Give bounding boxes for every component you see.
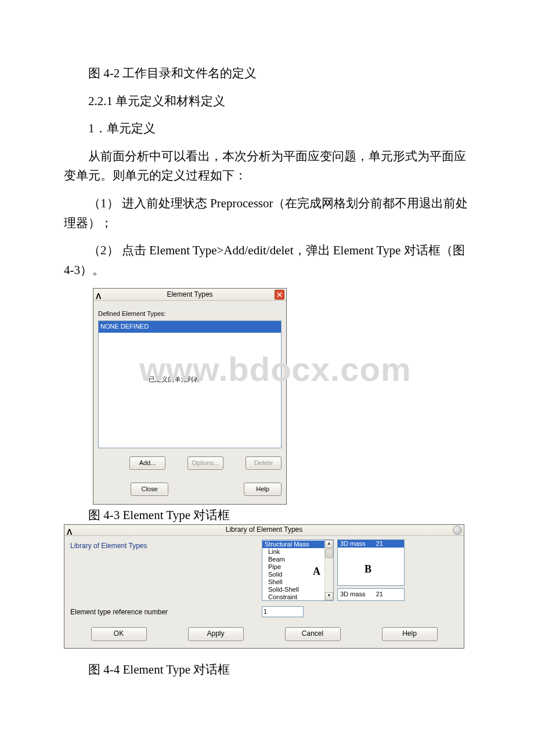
selected-type-display: 3D mass 21 bbox=[337, 588, 405, 601]
list-item[interactable]: Constraint bbox=[262, 593, 325, 601]
annotation-letter-a: A bbox=[313, 563, 320, 580]
close-icon[interactable] bbox=[275, 290, 284, 300]
ref-number-label: Element type reference number bbox=[70, 606, 262, 618]
body-para-1: 从前面分析中可以看出，本次分析为平面应变问题，单元形式为平面应变单元。则单元的定… bbox=[64, 147, 470, 186]
scroll-thumb[interactable] bbox=[325, 549, 333, 558]
defined-types-label: Defined Element Types: bbox=[98, 309, 282, 319]
close-icon[interactable] bbox=[453, 525, 462, 535]
scroll-down-icon[interactable]: ▼ bbox=[325, 592, 333, 600]
library-label: Library of Element Types bbox=[70, 539, 262, 552]
caption-4-3: 图 4-3 Element Type 对话框 bbox=[64, 506, 470, 525]
help-button[interactable]: Help bbox=[382, 627, 438, 641]
library-element-types-dialog: Λ Library of Element Types Library of El… bbox=[64, 524, 464, 649]
delete-button[interactable]: Delete bbox=[246, 456, 282, 470]
list-item[interactable]: Solid-Shell bbox=[262, 586, 325, 593]
body-para-3: （2） 点击 Element Type>Add/edit/delet，弹出 El… bbox=[64, 241, 470, 280]
list-item[interactable]: Structural Mass bbox=[262, 541, 325, 548]
annotation-letter-b: B bbox=[365, 561, 371, 578]
options-button[interactable]: Options... bbox=[187, 456, 223, 470]
help-button[interactable]: Help bbox=[244, 483, 282, 496]
titlebar[interactable]: Λ Library of Element Types bbox=[64, 525, 464, 536]
list-item-selected[interactable]: NONE DEFINED bbox=[99, 321, 281, 333]
type-listbox[interactable]: 3D mass 21 B bbox=[337, 539, 405, 586]
list-item[interactable]: Beam bbox=[262, 556, 325, 563]
dialog-title: Library of Element Types bbox=[226, 524, 303, 535]
list-item[interactable]: 3D mass 21 bbox=[338, 540, 404, 548]
section-number: 2.2.1 单元定义和材料定义 bbox=[64, 92, 470, 111]
ansys-logo-icon: Λ bbox=[67, 525, 76, 535]
item-1-title: 1．单元定义 bbox=[64, 119, 470, 139]
cancel-button[interactable]: Cancel bbox=[285, 627, 341, 641]
caption-4-4: 图 4-4 Element Type 对话框 bbox=[64, 660, 470, 680]
scrollbar[interactable]: ▲ ▼ bbox=[324, 540, 333, 600]
category-listbox[interactable]: Structural Mass Link Beam Pipe Solid She… bbox=[262, 539, 334, 601]
apply-button[interactable]: Apply bbox=[188, 627, 244, 641]
caption-4-2: 图 4-2 工作目录和文件名的定义 bbox=[64, 64, 470, 84]
ref-number-input[interactable] bbox=[262, 606, 304, 617]
annotation-text: 已定义的单元列表 bbox=[149, 375, 200, 385]
add-button[interactable]: Add... bbox=[129, 456, 165, 470]
body-para-2: （1） 进入前处理状态 Preprocessor（在完成网格划分前都不用退出前处… bbox=[64, 194, 470, 233]
defined-types-listbox[interactable]: NONE DEFINED 已定义的单元列表 bbox=[98, 321, 282, 448]
dialog-title: Element Types bbox=[167, 289, 212, 300]
list-item[interactable]: Link bbox=[262, 548, 325, 556]
close-button[interactable]: Close bbox=[131, 483, 168, 496]
scroll-up-icon[interactable]: ▲ bbox=[325, 540, 333, 548]
titlebar[interactable]: Λ Element Types bbox=[93, 289, 286, 301]
element-types-dialog: Λ Element Types Defined Element Types: N… bbox=[93, 288, 287, 505]
ansys-logo-icon: Λ bbox=[96, 290, 105, 299]
ok-button[interactable]: OK bbox=[91, 627, 147, 641]
